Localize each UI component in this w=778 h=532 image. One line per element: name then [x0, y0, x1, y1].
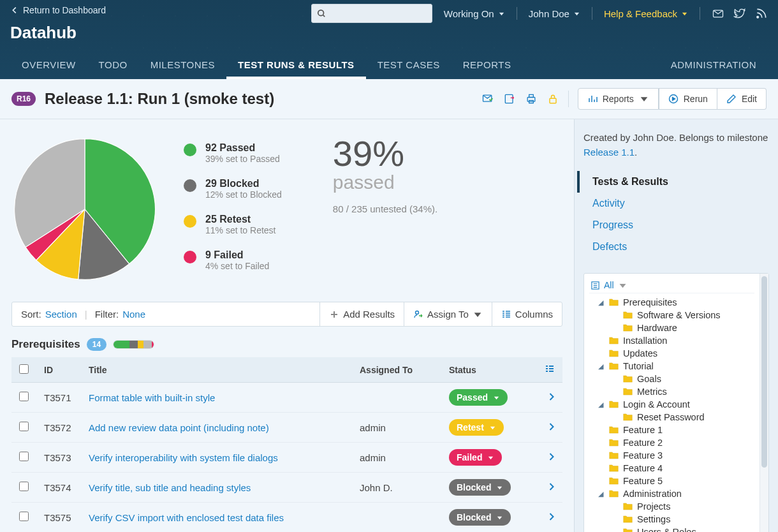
tree-item[interactable]: Users & Roles: [589, 526, 754, 532]
folder-icon: [622, 413, 633, 422]
scrollbar-thumb[interactable]: [761, 276, 767, 468]
row-id: T3574: [36, 473, 81, 503]
tree-toggle-icon[interactable]: ◢: [598, 362, 605, 371]
twitter-icon[interactable]: [733, 7, 746, 20]
search-input[interactable]: [311, 4, 432, 23]
tree-item[interactable]: Projects: [589, 500, 754, 513]
columns-button[interactable]: Columns: [492, 302, 562, 326]
tree-item[interactable]: Feature 4: [589, 462, 754, 475]
side-defects[interactable]: Defects: [586, 236, 769, 258]
sort-filter-cell[interactable]: Sort: Section | Filter: None: [12, 302, 320, 326]
folder-icon: [608, 349, 619, 358]
tree-item[interactable]: Feature 1: [589, 424, 754, 436]
row-checkbox[interactable]: [19, 482, 29, 491]
row-expand[interactable]: [537, 503, 562, 533]
side-progress[interactable]: Progress: [586, 214, 769, 236]
status-pill[interactable]: Passed: [449, 389, 508, 406]
row-expand[interactable]: [537, 413, 562, 443]
row-checkbox[interactable]: [19, 422, 29, 431]
rerun-button-label: Rerun: [684, 94, 708, 104]
rerun-button[interactable]: Rerun: [659, 88, 717, 110]
col-title[interactable]: Title: [81, 357, 352, 383]
row-expand[interactable]: [537, 443, 562, 473]
row-title-link[interactable]: Verify interoperability with system file…: [89, 452, 278, 463]
lock-icon[interactable]: [547, 92, 559, 105]
milestone-link[interactable]: Release 1.1: [584, 147, 635, 158]
tree-item[interactable]: Hardware: [589, 321, 754, 334]
svg-rect-14: [549, 366, 554, 367]
row-expand[interactable]: [537, 473, 562, 503]
working-on-dropdown[interactable]: Working On: [444, 8, 505, 19]
columns-label: Columns: [515, 309, 553, 320]
status-pill[interactable]: Failed: [449, 449, 502, 466]
tree-item[interactable]: Feature 2: [589, 436, 754, 449]
tree-item[interactable]: Feature 3: [589, 449, 754, 462]
tree-item[interactable]: Installation: [589, 334, 754, 347]
tab-reports[interactable]: REPORTS: [451, 50, 523, 79]
tree-item[interactable]: Software & Versions: [589, 309, 754, 321]
side-activity[interactable]: Activity: [586, 193, 769, 214]
tab-test-cases[interactable]: TEST CASES: [366, 50, 451, 79]
select-all-checkbox[interactable]: [19, 364, 29, 374]
legend-title: 29 Blocked: [205, 178, 282, 189]
tab-test-runs[interactable]: TEST RUNS & RESULTS: [226, 50, 366, 79]
tree-item[interactable]: ◢Tutorial: [589, 360, 754, 373]
col-view-options[interactable]: [537, 357, 562, 383]
status-pill[interactable]: Blocked: [449, 479, 511, 496]
tree-label: Administration: [623, 489, 682, 499]
mail-icon[interactable]: [712, 7, 724, 20]
tree-toggle-icon[interactable]: ◢: [598, 401, 605, 409]
tab-milestones[interactable]: MILESTONES: [139, 50, 226, 79]
tree-header[interactable]: All: [589, 277, 754, 293]
row-checkbox[interactable]: [19, 392, 29, 401]
print-icon[interactable]: [525, 92, 538, 105]
tree-item[interactable]: Feature 5: [589, 475, 754, 487]
status-pill[interactable]: Blocked: [449, 509, 511, 526]
table-row: T3573 Verify interoperability with syste…: [11, 443, 562, 473]
row-expand[interactable]: [537, 383, 562, 413]
side-tests-results[interactable]: Tests & Results: [577, 171, 769, 193]
add-results-button[interactable]: Add Results: [320, 302, 404, 326]
tree-item[interactable]: ◢Prerequisites: [589, 296, 754, 309]
export-icon[interactable]: [503, 92, 516, 105]
rss-icon[interactable]: [755, 7, 768, 20]
tab-overview[interactable]: OVERVIEW: [10, 50, 87, 79]
tree-item[interactable]: ◢Login & Account: [589, 398, 754, 411]
tab-administration[interactable]: ADMINISTRATION: [659, 50, 768, 79]
tree-item[interactable]: Goals: [589, 373, 754, 385]
tree-item[interactable]: Settings: [589, 513, 754, 526]
return-dashboard-link[interactable]: Return to Dashboard: [10, 5, 106, 15]
filter-value[interactable]: None: [122, 309, 145, 320]
col-id[interactable]: ID: [36, 357, 81, 383]
folder-icon: [608, 425, 619, 434]
tree-item[interactable]: Reset Password: [589, 411, 754, 424]
col-status[interactable]: Status: [441, 357, 537, 383]
status-pill[interactable]: Retest: [449, 419, 504, 436]
subscribe-icon[interactable]: [481, 92, 494, 105]
col-assigned[interactable]: Assigned To: [352, 357, 441, 383]
tree-item[interactable]: Metrics: [589, 385, 754, 398]
row-title-link[interactable]: Verify CSV import with enclosed test dat…: [89, 512, 284, 523]
chevron-down-icon: [487, 454, 494, 461]
legend-sub: 4% set to Failed: [205, 261, 269, 271]
divider: [517, 7, 517, 20]
tree-item[interactable]: Updates: [589, 347, 754, 360]
plus-icon: [329, 309, 339, 320]
help-dropdown[interactable]: Help & Feedback: [604, 8, 688, 19]
row-checkbox[interactable]: [19, 512, 29, 521]
tree-toggle-icon[interactable]: ◢: [598, 490, 605, 498]
row-title-link[interactable]: Add new review data point (including not…: [89, 422, 269, 433]
assign-to-button[interactable]: Assign To: [404, 302, 492, 326]
edit-button[interactable]: Edit: [717, 88, 767, 110]
sort-value[interactable]: Section: [45, 309, 77, 320]
tree-toggle-icon[interactable]: ◢: [598, 299, 605, 307]
row-title-link[interactable]: Verify title, sub title and heading styl…: [89, 482, 251, 493]
tree-scrollbar[interactable]: [760, 274, 768, 532]
row-checkbox[interactable]: [19, 452, 29, 461]
tab-todo[interactable]: TODO: [87, 50, 139, 79]
reports-button[interactable]: Reports: [578, 88, 659, 110]
sort-label: Sort:: [21, 309, 41, 320]
tree-item[interactable]: ◢Administration: [589, 487, 754, 500]
user-dropdown[interactable]: John Doe: [529, 8, 580, 19]
row-title-link[interactable]: Format table with built-in style: [89, 392, 215, 403]
